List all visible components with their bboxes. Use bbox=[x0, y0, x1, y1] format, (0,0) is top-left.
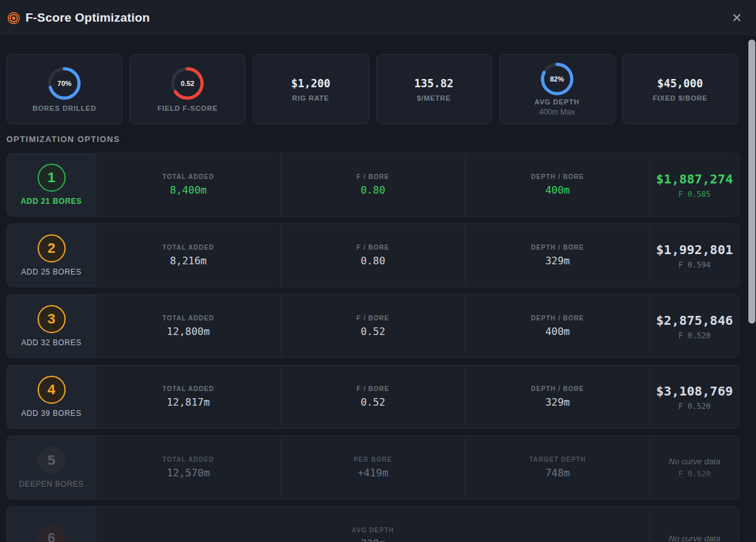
close-icon[interactable]: ✕ bbox=[729, 10, 745, 25]
no-curve-data-text: No curve data bbox=[669, 534, 720, 542]
option-row-1[interactable]: 1 ADD 21 BORES TOTAL ADDED 8,400m F / BO… bbox=[6, 153, 739, 217]
metric-value: 748m bbox=[545, 467, 570, 479]
metric-label: TOTAL ADDED bbox=[163, 315, 214, 322]
metric-label: DEPTH / BORE bbox=[531, 315, 584, 322]
option-badge-cell: 5 DEEPEN BORES bbox=[7, 436, 96, 499]
metric-depth-per-bore: DEPTH / BORE 400m bbox=[465, 295, 650, 357]
target-icon bbox=[8, 12, 20, 24]
metric-label: TARGET DEPTH bbox=[529, 456, 586, 463]
option-cost-cell: No curve data F 0.520 bbox=[650, 436, 739, 499]
donut-value: 82% bbox=[541, 62, 574, 96]
field-fscore-donut: 0.52 bbox=[171, 67, 204, 100]
metric-value: 8,400m bbox=[170, 184, 207, 196]
stat-card-field-fscore: 0.52 FIELD F-SCORE bbox=[129, 54, 245, 124]
stat-card-avg-depth: 82% AVG DEPTH 400m Max bbox=[499, 54, 615, 124]
stat-value: $45,000 bbox=[657, 77, 703, 90]
scrollbar-track[interactable] bbox=[747, 37, 756, 542]
metric-depth-per-bore: DEPTH / BORE 329m bbox=[465, 224, 650, 287]
metric-value: 329m bbox=[545, 396, 570, 408]
option-number-badge: 4 bbox=[38, 376, 66, 404]
metric-f-per-bore: F / BORE 0.80 bbox=[281, 153, 466, 216]
cost-fscore: F 0.520 bbox=[678, 402, 711, 411]
metric-value: 400m bbox=[545, 325, 570, 338]
option-number-badge: 5 bbox=[38, 446, 66, 474]
metric-value: 329m bbox=[361, 538, 386, 542]
option-row-3[interactable]: 3 ADD 32 BORES TOTAL ADDED 12,800m F / B… bbox=[6, 294, 739, 358]
option-badge-cell: 6 bbox=[7, 507, 96, 542]
metric-value: 0.80 bbox=[361, 184, 386, 196]
option-cost-cell: $1,992,801 F 0.594 bbox=[650, 224, 739, 287]
metric-value: 400m bbox=[545, 184, 570, 196]
stat-value: $1,200 bbox=[291, 77, 330, 90]
option-number-badge: 1 bbox=[38, 164, 66, 192]
option-badge-cell: 2 ADD 25 BORES bbox=[7, 224, 96, 287]
metric-total-added: TOTAL ADDED 12,570m bbox=[96, 436, 281, 499]
metric-label: DEPTH / BORE bbox=[531, 244, 584, 251]
option-row-5: 5 DEEPEN BORES TOTAL ADDED 12,570m PER B… bbox=[6, 436, 739, 499]
cost-fscore: F 0.520 bbox=[678, 469, 711, 478]
avg-depth-donut: 82% bbox=[541, 62, 574, 96]
metric-target-depth: TARGET DEPTH 748m bbox=[465, 436, 650, 499]
metric-value: 12,800m bbox=[167, 325, 210, 338]
section-title-optimization-options: OPTIMIZATION OPTIONS bbox=[6, 134, 756, 144]
stat-card-bores-drilled: 70% BORES DRILLED bbox=[6, 54, 122, 124]
option-label: ADD 32 BORES bbox=[21, 338, 82, 347]
metric-avg-depth: AVG DEPTH 329m bbox=[96, 507, 650, 542]
metric-label: TOTAL ADDED bbox=[163, 456, 214, 463]
metric-f-per-bore: F / BORE 0.80 bbox=[281, 224, 466, 287]
metric-value: 329m bbox=[545, 255, 570, 267]
option-badge-cell: 3 ADD 32 BORES bbox=[7, 295, 96, 357]
donut-value: 0.52 bbox=[171, 67, 204, 100]
cost-value: $1,887,274 bbox=[656, 171, 732, 187]
metric-total-added: TOTAL ADDED 8,400m bbox=[96, 153, 281, 216]
cost-value: $1,992,801 bbox=[656, 242, 732, 257]
metric-label: F / BORE bbox=[356, 315, 389, 322]
stat-card-fixed-per-bore: $45,000 FIXED $/BORE bbox=[622, 54, 738, 124]
bores-drilled-donut: 70% bbox=[48, 67, 81, 100]
cost-fscore: F 0.585 bbox=[678, 190, 711, 199]
metric-total-added: TOTAL ADDED 12,800m bbox=[96, 295, 281, 357]
metric-total-added: TOTAL ADDED 12,817m bbox=[96, 366, 281, 428]
donut-value: 70% bbox=[48, 67, 81, 100]
option-number-badge: 2 bbox=[38, 234, 66, 262]
option-label: DEEPEN BORES bbox=[19, 480, 84, 489]
metric-value: 0.80 bbox=[361, 255, 386, 267]
option-label: ADD 25 BORES bbox=[21, 267, 82, 276]
metric-f-per-bore: F / BORE 0.52 bbox=[281, 366, 466, 428]
stat-label: FIELD F-SCORE bbox=[157, 104, 218, 112]
metric-label: TOTAL ADDED bbox=[163, 244, 214, 251]
cost-fscore: F 0.594 bbox=[678, 260, 711, 269]
option-cost-cell: $2,875,846 F 0.520 bbox=[650, 295, 739, 357]
option-row-6: 6 AVG DEPTH 329m No curve data bbox=[6, 506, 739, 542]
option-row-4[interactable]: 4 ADD 39 BORES TOTAL ADDED 12,817m F / B… bbox=[6, 365, 739, 429]
metric-depth-per-bore: DEPTH / BORE 400m bbox=[465, 153, 650, 216]
stat-value: 135.82 bbox=[414, 77, 453, 90]
stat-label: FIXED $/BORE bbox=[653, 94, 708, 102]
option-cost-cell: $1,887,274 F 0.585 bbox=[650, 153, 739, 216]
option-badge-cell: 4 ADD 39 BORES bbox=[7, 366, 96, 428]
option-row-2[interactable]: 2 ADD 25 BORES TOTAL ADDED 8,216m F / BO… bbox=[6, 224, 739, 287]
metric-label: F / BORE bbox=[356, 173, 389, 180]
metric-label: AVG DEPTH bbox=[352, 527, 395, 534]
option-number-badge: 6 bbox=[38, 524, 66, 542]
metric-value: 8,216m bbox=[170, 255, 207, 267]
scrollbar-thumb[interactable] bbox=[748, 39, 755, 324]
metric-per-bore: PER BORE +419m bbox=[281, 436, 466, 499]
metric-label: F / BORE bbox=[356, 385, 389, 392]
metric-label: TOTAL ADDED bbox=[163, 173, 214, 180]
option-number-badge: 3 bbox=[38, 305, 66, 333]
option-label: ADD 21 BORES bbox=[21, 197, 82, 206]
stat-card-rig-rate: $1,200 RIG RATE bbox=[252, 54, 368, 124]
metric-value: 12,570m bbox=[167, 467, 210, 479]
metric-f-per-bore: F / BORE 0.52 bbox=[281, 295, 466, 357]
metric-value: +419m bbox=[358, 467, 388, 479]
option-cost-cell: $3,108,769 F 0.520 bbox=[650, 366, 739, 428]
modal-header: F-Score Optimization ✕ bbox=[0, 0, 756, 36]
metric-label: PER BORE bbox=[354, 456, 392, 463]
page-title: F-Score Optimization bbox=[25, 11, 150, 25]
metric-label: DEPTH / BORE bbox=[531, 385, 584, 392]
metric-total-added: TOTAL ADDED 8,216m bbox=[96, 224, 281, 287]
metric-value: 0.52 bbox=[361, 396, 386, 408]
option-label: ADD 39 BORES bbox=[21, 409, 82, 418]
no-curve-data-text: No curve data bbox=[669, 457, 720, 466]
